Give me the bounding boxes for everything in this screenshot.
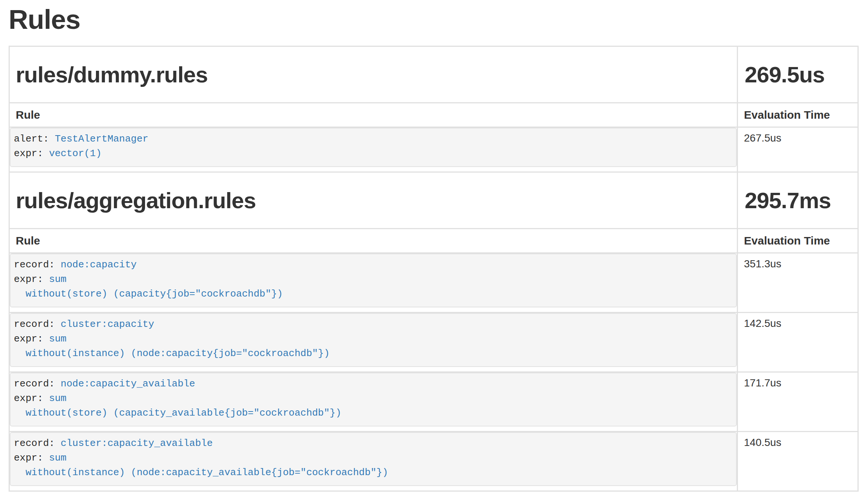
rule-cell: record: node:capacity_available expr: su… — [9, 372, 738, 431]
column-header-eval-time: Evaluation Time — [738, 228, 858, 253]
rule-type-label: record: — [14, 378, 55, 389]
rule-type-label: alert: — [14, 133, 49, 145]
rule-row: record: cluster:capacity expr: sum witho… — [9, 312, 858, 372]
group-eval-time-cell: 269.5us — [738, 46, 858, 103]
rule-expr-label: expr: — [14, 148, 43, 159]
rule-cell: record: cluster:capacity expr: sum witho… — [9, 312, 738, 372]
rule-expr-label: expr: — [14, 274, 43, 285]
rule-row: alert: TestAlertManager expr: vector(1) … — [9, 127, 858, 172]
group-file-cell: rules/aggregation.rules — [9, 172, 738, 228]
column-header-rule: Rule — [9, 103, 738, 127]
rules-page: Rules rules/dummy.rules 269.5us Rule Eva… — [0, 5, 868, 492]
rule-eval-time: 171.7us — [738, 372, 858, 431]
rule-name-link[interactable]: TestAlertManager — [55, 133, 148, 145]
rule-expr-link[interactable]: sum without(store) (capacity_available{j… — [14, 393, 341, 419]
rule-type-label: record: — [14, 438, 55, 449]
rule-eval-time: 140.5us — [738, 431, 858, 491]
rule-cell: record: node:capacity expr: sum without(… — [9, 253, 738, 312]
group-file-name: rules/aggregation.rules — [16, 188, 731, 213]
group-header-row: rules/dummy.rules 269.5us — [9, 46, 858, 103]
rule-row: record: node:capacity expr: sum without(… — [9, 253, 858, 312]
rule-name-link[interactable]: cluster:capacity_available — [61, 438, 213, 449]
group-header-row: rules/aggregation.rules 295.7ms — [9, 172, 858, 228]
group-eval-time: 295.7ms — [745, 188, 851, 213]
rule-expr-label: expr: — [14, 393, 43, 404]
rule-name-link[interactable]: cluster:capacity — [61, 319, 154, 330]
rules-table: rules/dummy.rules 269.5us Rule Evaluatio… — [9, 46, 859, 492]
rule-cell: record: cluster:capacity_available expr:… — [9, 431, 738, 491]
rule-expr-label: expr: — [14, 333, 43, 344]
rule-row: record: node:capacity_available expr: su… — [9, 372, 858, 431]
rule-expr-link[interactable]: vector(1) — [49, 148, 102, 159]
rule-code: record: node:capacity expr: sum without(… — [10, 253, 737, 307]
column-header-rule: Rule — [9, 228, 738, 253]
rule-type-label: record: — [14, 259, 55, 270]
column-header-row: Rule Evaluation Time — [9, 103, 858, 127]
rule-code: record: cluster:capacity expr: sum witho… — [10, 313, 737, 367]
rule-name-link[interactable]: node:capacity — [61, 259, 137, 270]
rule-code: record: node:capacity_available expr: su… — [10, 373, 737, 426]
rule-eval-time: 142.5us — [738, 312, 858, 372]
rule-eval-time: 267.5us — [738, 127, 858, 172]
rule-expr-label: expr: — [14, 452, 43, 464]
group-file-cell: rules/dummy.rules — [9, 46, 738, 103]
rule-cell: alert: TestAlertManager expr: vector(1) — [9, 127, 738, 172]
rule-expr-link[interactable]: sum without(store) (capacity{job="cockro… — [14, 274, 283, 300]
group-eval-time-cell: 295.7ms — [738, 172, 858, 228]
rule-type-label: record: — [14, 319, 55, 330]
column-header-row: Rule Evaluation Time — [9, 228, 858, 253]
rule-expr-link[interactable]: sum without(instance) (node:capacity_ava… — [14, 452, 388, 478]
rule-row: record: cluster:capacity_available expr:… — [9, 431, 858, 491]
page-title: Rules — [9, 5, 859, 34]
group-file-name: rules/dummy.rules — [16, 63, 731, 87]
rule-name-link[interactable]: node:capacity_available — [61, 378, 195, 389]
rule-expr-link[interactable]: sum without(instance) (node:capacity{job… — [14, 333, 330, 359]
rule-code: alert: TestAlertManager expr: vector(1) — [10, 128, 737, 167]
rule-code: record: cluster:capacity_available expr:… — [10, 432, 737, 486]
column-header-eval-time: Evaluation Time — [738, 103, 858, 127]
rule-eval-time: 351.3us — [738, 253, 858, 312]
group-eval-time: 269.5us — [745, 63, 851, 87]
